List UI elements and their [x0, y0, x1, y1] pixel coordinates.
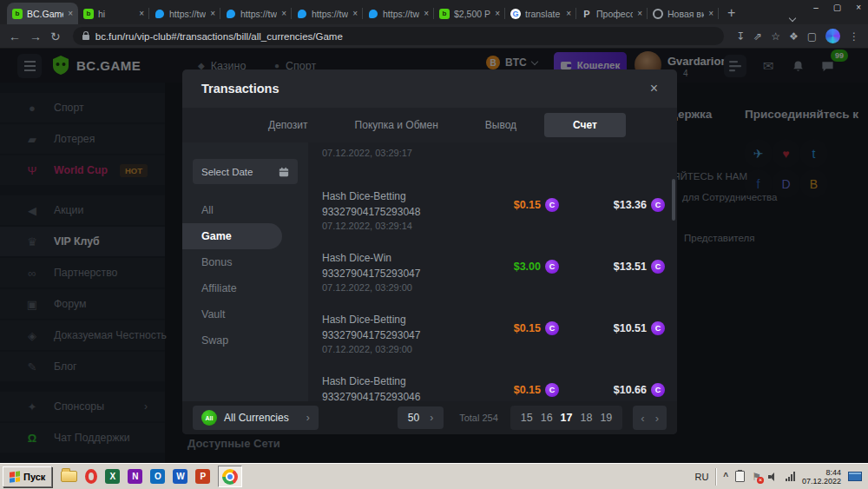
tx-amount: $3.00 [514, 261, 541, 273]
tab-close-icon[interactable]: × [424, 9, 429, 18]
list-scrollbar[interactable] [672, 179, 675, 221]
browser-tab-hi[interactable]: b hi × [78, 3, 149, 24]
transaction-row[interactable]: Hash Dice-Betting 93327904175293048 07.1… [322, 189, 665, 251]
transaction-list[interactable]: 07.12.2022, 03:29:17 Hash Dice-Betting 9… [308, 142, 677, 401]
windows-taskbar: Пуск X N O W P RU ^ ⚑ 8:44 07.12.2022 [0, 463, 868, 489]
tab-bill[interactable]: Счет [544, 113, 626, 137]
outlook-icon[interactable]: O [150, 469, 165, 484]
tray-clock[interactable]: 8:44 07.12.2022 [802, 468, 841, 486]
page-19[interactable]: 19 [600, 412, 612, 424]
tab-search-icon[interactable] [790, 9, 795, 24]
pagination: 15 16 17 18 19 [510, 406, 623, 430]
calendar-icon [279, 167, 289, 177]
extensions-icon[interactable]: ❖ [789, 31, 799, 42]
tab-close-icon[interactable]: × [495, 9, 500, 18]
page-18[interactable]: 18 [581, 412, 593, 424]
browser-tab-twitter-1[interactable]: https://twi × [149, 3, 220, 24]
excel-icon[interactable]: X [105, 469, 120, 484]
modal-footer: All All Currencies › 50 › Total 254 15 1… [182, 401, 677, 434]
new-tab-button[interactable]: + [727, 5, 735, 21]
tab-close-icon[interactable]: × [210, 9, 215, 18]
page-size-selector[interactable]: 50 › [398, 406, 444, 429]
browser-tab-twitter-3[interactable]: https://twi × [292, 3, 363, 24]
browser-tab-bcgame[interactable]: b BC.Game × [7, 3, 78, 24]
bookmark-star-icon[interactable]: ☆ [771, 31, 780, 42]
tab-close-icon[interactable]: × [708, 9, 713, 18]
tx-date: 07.12.2022, 03:29:14 [322, 220, 446, 233]
twitter-favicon [368, 9, 378, 19]
tab-label: https://twi [240, 9, 277, 19]
tab-close-icon[interactable]: × [352, 9, 358, 18]
browser-menu-icon[interactable]: ⋮ [849, 31, 859, 42]
all-currencies-coin-icon: All [201, 410, 217, 426]
modal-close-icon[interactable]: × [650, 81, 658, 96]
tab-close-icon[interactable]: × [68, 9, 73, 18]
file-explorer-icon[interactable] [61, 471, 77, 482]
tab-withdraw[interactable]: Вывод [466, 113, 536, 137]
transaction-row[interactable]: Hash Dice-Betting 93327904175293047 07.1… [322, 313, 665, 374]
tx-balance: $10.51 [614, 322, 647, 334]
filter-bonus[interactable]: Bonus [193, 249, 298, 275]
bccoin-icon: C [545, 321, 559, 335]
minimize-button[interactable]: – [813, 3, 819, 12]
select-date-label: Select Date [201, 167, 253, 177]
currency-filter-button[interactable]: All All Currencies › [193, 406, 319, 430]
reload-button[interactable]: ↻ [50, 30, 61, 43]
back-button[interactable]: ← [9, 30, 21, 43]
forward-button[interactable]: → [30, 30, 42, 43]
tab-group-icon[interactable]: ▢ [807, 31, 817, 42]
page-15[interactable]: 15 [521, 412, 533, 424]
filter-vault[interactable]: Vault [193, 301, 298, 327]
network-signal-icon[interactable] [786, 472, 795, 481]
tx-date: 07.12.2022, 03:29:00 [322, 281, 446, 294]
opera-icon[interactable] [85, 469, 97, 484]
select-date-button[interactable]: Select Date [193, 159, 298, 184]
display-tray-icon[interactable] [848, 472, 862, 481]
window-close-button[interactable]: × [856, 3, 861, 12]
filter-all[interactable]: All [193, 197, 298, 223]
browser-profile-avatar[interactable] [825, 29, 840, 43]
browser-tab-newtab[interactable]: Новая вк × [648, 3, 719, 24]
tab-label: $2,500 Pr [454, 9, 490, 19]
clipboard-tray-icon[interactable] [735, 471, 745, 482]
filter-game[interactable]: Game [182, 223, 282, 249]
transaction-row[interactable]: Hash Dice-Win 93327904175293047 07.12.20… [322, 251, 665, 313]
bccoin-icon: C [651, 321, 665, 335]
share-icon[interactable]: ⇗ [753, 31, 762, 42]
browser-tab-translate[interactable]: G translate × [505, 3, 576, 24]
browser-tab-twitter-2[interactable]: https://twi × [220, 3, 292, 24]
install-icon[interactable]: ↧ [736, 31, 745, 42]
tab-close-icon[interactable]: × [566, 9, 571, 18]
powerpoint-icon[interactable]: P [195, 469, 210, 484]
bccoin-icon: C [545, 260, 559, 274]
tab-close-icon[interactable]: × [139, 9, 144, 18]
tab-buy-swap[interactable]: Покупка и Обмен [336, 113, 457, 137]
browser-tab-twitter-4[interactable]: https://twi × [363, 3, 434, 24]
page-16[interactable]: 16 [541, 412, 553, 424]
page-17-current[interactable]: 17 [561, 412, 573, 424]
maximize-button[interactable]: ▢ [833, 3, 841, 12]
next-page-icon[interactable]: › [655, 412, 659, 425]
word-icon[interactable]: W [173, 469, 187, 484]
language-indicator[interactable]: RU [694, 472, 708, 482]
bcgame-favicon: b [12, 9, 23, 19]
tab-label: BC.Game [27, 9, 63, 19]
filter-swap[interactable]: Swap [193, 327, 298, 354]
browser-tab-profession[interactable]: P Профессо × [576, 3, 648, 24]
onenote-icon[interactable]: N [128, 469, 142, 484]
filter-affiliate[interactable]: Affiliate [193, 275, 298, 301]
hidden-icons-chevron[interactable]: ^ [723, 472, 728, 481]
action-center-flag-icon[interactable]: ⚑ [752, 472, 761, 482]
transaction-row[interactable]: Hash Dice-Betting 93327904175293046 $0.1… [322, 374, 665, 401]
address-bar[interactable]: bc.fun/ru/vip-club#/transactions/bill/al… [73, 27, 724, 45]
chrome-taskbar-button-active[interactable] [218, 466, 242, 487]
tab-deposit[interactable]: Депозит [249, 113, 327, 137]
url-text[interactable]: bc.fun/ru/vip-club#/transactions/bill/al… [95, 31, 343, 42]
tab-close-icon[interactable]: × [281, 9, 286, 18]
browser-tab-promo[interactable]: b $2,500 Pr × [434, 3, 505, 24]
tab-close-icon[interactable]: × [637, 9, 642, 18]
start-label: Пуск [23, 472, 45, 482]
prev-page-icon[interactable]: ‹ [641, 412, 644, 425]
start-button[interactable]: Пуск [3, 466, 52, 487]
speaker-icon[interactable] [768, 472, 779, 482]
